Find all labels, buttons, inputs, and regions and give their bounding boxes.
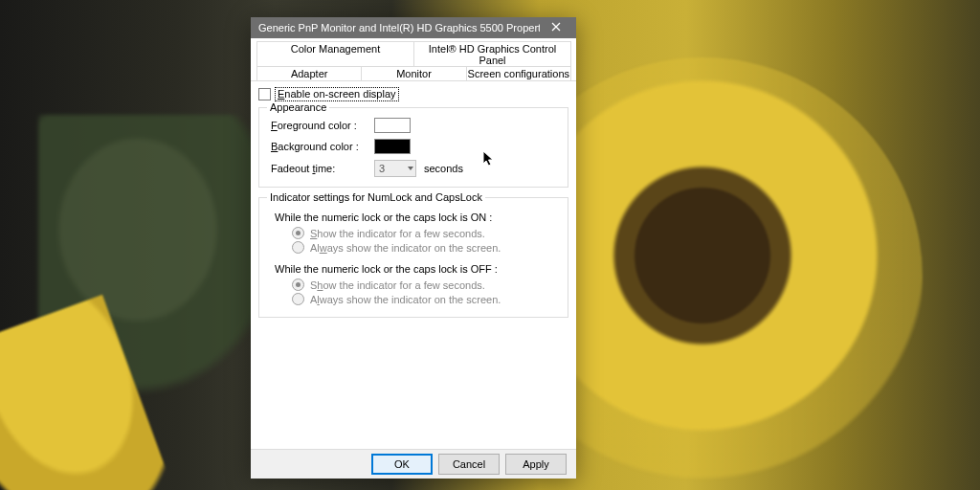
cancel-button[interactable]: Cancel: [438, 454, 500, 475]
window-title: Generic PnP Monitor and Intel(R) HD Grap…: [258, 22, 540, 33]
tab-strip: Color Management Intel® HD Graphics Cont…: [251, 38, 576, 81]
fadeout-unit: seconds: [424, 163, 463, 174]
enable-osd-label[interactable]: Enable on-screen display: [275, 87, 399, 101]
off-opt-few[interactable]: Show the indicator for a few seconds.: [292, 278, 558, 291]
desktop-wallpaper: Generic PnP Monitor and Intel(R) HD Grap…: [0, 0, 980, 490]
dialog-footer: OK Cancel Apply: [251, 449, 576, 479]
close-icon: [551, 22, 561, 33]
titlebar[interactable]: Generic PnP Monitor and Intel(R) HD Grap…: [251, 17, 576, 38]
radio-icon: [292, 227, 304, 239]
indicator-group: Indicator settings for NumLock and CapsL…: [258, 197, 568, 318]
off-opt-always[interactable]: Always show the indicator on the screen.: [292, 293, 558, 305]
on-opt-few[interactable]: Show the indicator for a few seconds.: [292, 227, 558, 239]
tab-intel-graphics[interactable]: Intel® HD Graphics Control Panel: [413, 41, 571, 67]
foreground-label: Foreground color :: [271, 120, 367, 131]
background-swatch[interactable]: [374, 139, 411, 154]
foreground-swatch[interactable]: [374, 118, 411, 133]
tab-color-management[interactable]: Color Management: [256, 41, 414, 67]
close-button[interactable]: [540, 17, 572, 38]
background-label: Background color :: [271, 141, 367, 152]
chevron-down-icon: [408, 167, 413, 170]
indicator-off-label: While the numeric lock or the caps lock …: [275, 263, 558, 275]
fadeout-value: 3: [379, 163, 385, 174]
indicator-legend: Indicator settings for NumLock and CapsL…: [267, 191, 485, 203]
enable-osd-row: Enable on-screen display: [258, 87, 568, 101]
fadeout-label: Fadeout time:: [271, 163, 367, 174]
tab-screen-configurations[interactable]: Screen configurations: [466, 66, 571, 80]
appearance-legend: Appearance: [267, 101, 329, 113]
properties-dialog: Generic PnP Monitor and Intel(R) HD Grap…: [251, 17, 576, 479]
enable-osd-checkbox[interactable]: [258, 88, 271, 100]
tab-adapter[interactable]: Adapter: [256, 66, 362, 80]
apply-button[interactable]: Apply: [505, 454, 567, 475]
radio-icon: [292, 241, 304, 254]
indicator-on-label: While the numeric lock or the caps lock …: [275, 212, 558, 223]
radio-icon: [292, 293, 304, 305]
fadeout-combo[interactable]: 3: [374, 160, 416, 177]
appearance-group: Appearance Foreground color : Background…: [258, 107, 568, 188]
radio-icon: [292, 278, 304, 291]
on-opt-always[interactable]: Always show the indicator on the screen.: [292, 241, 558, 254]
tab-monitor[interactable]: Monitor: [361, 66, 466, 80]
tab-body: Enable on-screen display Appearance Fore…: [251, 81, 576, 318]
ok-button[interactable]: OK: [371, 454, 433, 475]
